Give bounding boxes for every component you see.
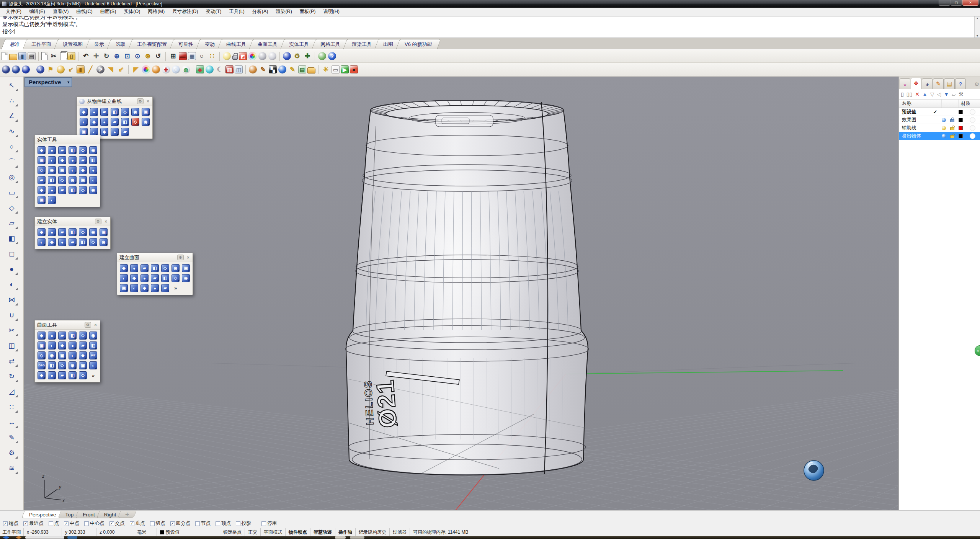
close-icon[interactable]: ×: [93, 322, 98, 328]
surface-tools-tool-10-icon[interactable]: ●: [69, 341, 77, 350]
solid-tools-tool-25-icon[interactable]: ◆: [38, 186, 46, 194]
filter-icon[interactable]: ▼: [944, 91, 949, 97]
pin-sphere-icon[interactable]: ✚: [162, 65, 170, 74]
surface-tools-tool-20-icon[interactable]: ◧: [48, 361, 56, 369]
solid-tools-tool-30-icon[interactable]: ◉: [89, 186, 97, 194]
glass-cube-icon[interactable]: ◫: [235, 65, 243, 74]
gear-icon[interactable]: ⚙: [137, 98, 144, 104]
osnap-point[interactable]: 点: [49, 520, 59, 527]
curves-from-objects-tool-12-icon[interactable]: ◧: [121, 118, 129, 126]
copy-icon[interactable]: [60, 52, 66, 60]
surface-tools-tool-7-icon[interactable]: ▣: [38, 341, 46, 350]
cabinet-icon[interactable]: ▤: [298, 65, 306, 74]
curves-from-objects-tool-10-icon[interactable]: ●: [100, 118, 108, 126]
create-solid-tool-4-icon[interactable]: ◧: [69, 228, 77, 236]
left-tool-rectangle-icon[interactable]: ▭: [5, 186, 18, 199]
status-toggle-ortho[interactable]: 正交: [245, 528, 261, 536]
zoom-extents-icon[interactable]: ⊛: [143, 52, 152, 61]
palette-curves-from-objects-titlebar[interactable]: 从物件建立曲线⚙×: [77, 97, 152, 106]
ribbon-tab-mesh-tools[interactable]: 网格工具: [314, 39, 347, 49]
arrow-flip-icon[interactable]: ⇙: [116, 65, 126, 74]
create-solid-tool-1-icon[interactable]: ◆: [38, 228, 46, 236]
command-prompt[interactable]: 指令:: [2, 28, 980, 35]
solid-tools-tool-32-icon[interactable]: ◐: [48, 196, 56, 204]
save-viewmode-icon[interactable]: ▪: [36, 65, 44, 74]
curves-from-objects-tool-6-icon[interactable]: ◉: [131, 108, 139, 116]
print-icon[interactable]: ▤: [28, 52, 36, 60]
close-icon[interactable]: ×: [186, 255, 190, 260]
starburst-icon[interactable]: ✳: [321, 65, 330, 74]
left-tool-sphere-icon[interactable]: ●: [5, 263, 18, 276]
osnap-vertex-checkbox[interactable]: [216, 521, 220, 526]
help-tab[interactable]: ?: [955, 78, 966, 89]
surface-tools-tool-6-icon[interactable]: ◉: [89, 332, 97, 340]
close-button[interactable]: ✕: [962, 0, 978, 6]
surface-tools-tool-8-icon[interactable]: ◐: [48, 341, 56, 350]
layer-row[interactable]: 挤出物体: [899, 132, 980, 140]
cplane-icon[interactable]: ▦: [188, 52, 196, 60]
create-surface-tool-2-icon[interactable]: ●: [130, 264, 138, 272]
menu-transform[interactable]: 变动(T): [203, 8, 225, 16]
minimize-button[interactable]: —: [939, 0, 950, 6]
menu-help[interactable]: 说明(H): [320, 8, 343, 16]
ribbon-tab-curve-tools[interactable]: 曲线工具: [219, 39, 253, 49]
visibility-bulb-icon[interactable]: [942, 134, 946, 138]
notes-tab[interactable]: ✎: [933, 78, 944, 89]
xray-mode-icon[interactable]: [268, 52, 276, 60]
material-book-icon[interactable]: ▥: [225, 65, 234, 74]
left-tool-curve-icon[interactable]: ∿: [5, 125, 18, 138]
osnap-disable-checkbox[interactable]: [261, 521, 266, 526]
create-surface-tool-9-icon[interactable]: ◆: [130, 274, 138, 282]
left-tool-scale-icon[interactable]: ◿: [5, 385, 18, 398]
curves-from-objects-tool-1-icon[interactable]: ◆: [80, 108, 88, 116]
left-tool-mesh-icon[interactable]: ≋: [5, 462, 18, 475]
new-file-icon[interactable]: [2, 52, 8, 60]
solid-tools-tool-28-icon[interactable]: ◧: [69, 186, 77, 194]
osnap-disable[interactable]: 停用: [261, 520, 277, 527]
menu-curve[interactable]: 曲线(C): [73, 8, 96, 16]
analyze-sphere-icon[interactable]: [142, 65, 150, 74]
curves-from-objects-tool-11-icon[interactable]: ▰: [111, 118, 119, 126]
layer-color-swatch[interactable]: [959, 110, 963, 114]
orient-sphere-icon[interactable]: ↗: [96, 65, 105, 74]
curves-from-objects-tool-18-icon[interactable]: ●: [111, 128, 119, 136]
create-surface-tool-17-icon[interactable]: ◆: [140, 284, 149, 292]
left-tool-fillet-icon[interactable]: ∪: [5, 309, 18, 322]
material-circle[interactable]: [970, 117, 975, 123]
curves-from-objects-tool-17-icon[interactable]: ◆: [100, 128, 108, 136]
solid-tools-tool-6-icon[interactable]: ◉: [89, 146, 97, 154]
paint-brush-icon[interactable]: ✎: [258, 65, 268, 74]
left-tool-box-icon[interactable]: ◻: [5, 247, 18, 260]
curves-from-objects-tool-9-icon[interactable]: ◆: [90, 118, 98, 126]
palette-surface-tools-titlebar[interactable]: 曲面工具⚙×: [35, 320, 100, 330]
surface-tools-tool-22-icon[interactable]: ◉: [69, 361, 77, 369]
create-solid-tool-11-icon[interactable]: ▰: [69, 238, 77, 246]
four-viewports-icon[interactable]: ⊞: [168, 52, 178, 61]
surface-tools-tool-11-icon[interactable]: ▰: [79, 341, 87, 350]
checker-icon[interactable]: ▚: [269, 65, 277, 74]
shaded-view-icon[interactable]: [12, 65, 20, 74]
gumball-icon[interactable]: ✚: [303, 52, 312, 61]
move-up-icon[interactable]: ▲: [922, 91, 928, 97]
undo-icon[interactable]: ↶: [81, 52, 90, 61]
status-toggle-grid-snap[interactable]: 锁定格点: [220, 528, 245, 536]
close-icon[interactable]: ×: [104, 219, 108, 224]
left-tool-boolean-icon[interactable]: ◐: [5, 278, 18, 291]
left-tool-annotate-icon[interactable]: ✎: [5, 431, 18, 444]
menu-solid[interactable]: 实体(O): [120, 8, 144, 16]
selection-filter-icon[interactable]: ◩: [239, 52, 247, 60]
texture-sphere-icon[interactable]: [249, 65, 257, 74]
curves-from-objects-tool-19-icon[interactable]: ▰: [121, 128, 129, 136]
status-toggle-smarttrack[interactable]: 智慧轨迹: [310, 528, 335, 536]
add-viewport-tab[interactable]: ✛: [119, 511, 135, 518]
surface-tools-tool-24-icon[interactable]: ◐: [89, 361, 97, 369]
point-dot-icon[interactable]: [57, 65, 65, 74]
layer-row[interactable]: 辅助线: [899, 124, 980, 132]
create-surface-tool-8-icon[interactable]: ◐: [120, 274, 128, 282]
left-tool-trim-icon[interactable]: ✂: [5, 324, 18, 337]
model-helios-speaker[interactable]: Ø21 HELIOS: [345, 100, 589, 475]
left-tool-surface-icon[interactable]: ◧: [5, 232, 18, 245]
wireframe-view-icon[interactable]: [2, 65, 10, 74]
gear-icon[interactable]: ⚙: [177, 255, 184, 260]
cplane-button[interactable]: 工作平面: [0, 528, 24, 536]
